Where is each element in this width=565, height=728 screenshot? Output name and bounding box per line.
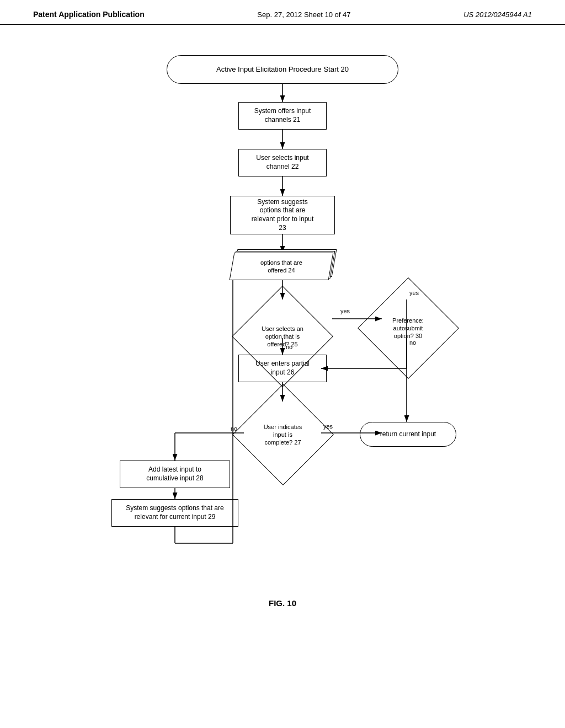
figure-label: FIG. 10 xyxy=(269,598,296,608)
header-left: Patent Application Publication xyxy=(33,10,145,19)
node-27-wrapper: User indicatesinput iscomplete? 27 xyxy=(232,399,334,470)
node-23: System suggestsoptions that arerelevant … xyxy=(230,196,335,234)
diagram-area: yes no yes no yes no Active Input Elicit… xyxy=(0,25,565,619)
node-start: Active Input Elicitation Procedure Start… xyxy=(167,55,398,84)
node-22: User selects inputchannel 22 xyxy=(238,149,327,176)
node-28: Add latest input tocumulative input 28 xyxy=(120,461,230,488)
page-header: Patent Application Publication Sep. 27, … xyxy=(0,0,565,25)
node-30-wrapper: Preference:autosubmitoption? 30 xyxy=(360,287,456,370)
node-21: System offers inputchannels 21 xyxy=(238,102,327,130)
node-29: System suggests options that arerelevant… xyxy=(111,499,238,527)
node-24-container: options that areoffered 24 xyxy=(232,253,334,280)
node-return: return current input xyxy=(360,422,456,447)
flowchart: yes no yes no yes no Active Input Elicit… xyxy=(89,47,476,587)
svg-text:yes: yes xyxy=(340,308,350,314)
header-center: Sep. 27, 2012 Sheet 10 of 47 xyxy=(257,10,350,19)
node-24: options that areoffered 24 xyxy=(230,253,334,280)
header-right: US 2012/0245944 A1 xyxy=(463,10,532,19)
node-26: User enters partialinput 26 xyxy=(238,355,327,382)
